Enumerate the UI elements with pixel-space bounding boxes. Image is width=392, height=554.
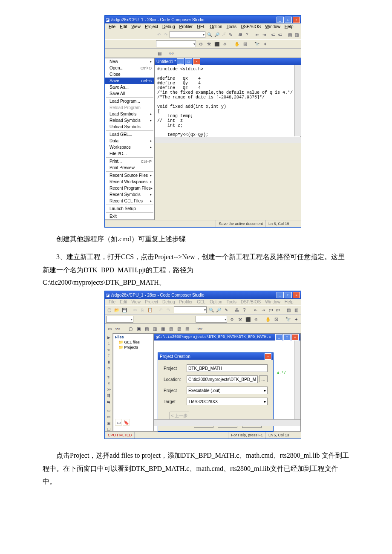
bookmark2-icon[interactable]: 🏷: [275, 306, 282, 313]
outdent-icon[interactable]: ▤: [285, 306, 292, 313]
menu-item-print-preview[interactable]: Print Preview: [105, 164, 154, 171]
indent-dec-icon[interactable]: ⇤: [254, 31, 260, 38]
menu-tools[interactable]: Tools: [225, 24, 239, 29]
menu-item-file-io[interactable]: File I/O...: [105, 150, 154, 157]
code-editor[interactable]: #include <stdio.h> #define Qx 4 #define …: [155, 65, 301, 139]
menu-item-recent-ws[interactable]: Recent Workspaces: [105, 179, 154, 185]
findnext-icon[interactable]: 🔎: [214, 31, 220, 38]
menu-item-close[interactable]: Close: [105, 71, 154, 78]
editor-maximize-button[interactable]: □: [185, 58, 192, 65]
graph-icon[interactable]: ▭: [106, 415, 112, 419]
search-combo[interactable]: ▾: [170, 31, 205, 38]
menu-file[interactable]: File: [107, 24, 118, 29]
bp2-icon[interactable]: ☒: [273, 316, 280, 323]
editor-close-button[interactable]: ×: [193, 58, 200, 65]
halt-icon[interactable]: ⏸: [106, 360, 112, 364]
editor2-close[interactable]: ×: [291, 334, 299, 340]
replace-icon[interactable]: ✎: [223, 306, 230, 313]
menu-help[interactable]: Help: [282, 299, 296, 305]
stop-build-icon[interactable]: ⬛: [213, 40, 220, 47]
menu-tools[interactable]: Tools: [225, 299, 239, 305]
tree-tab-1[interactable]: ▭: [115, 419, 122, 426]
win-icon-6[interactable]: ▧: [167, 325, 174, 332]
cfg-combo-2[interactable]: ▾: [106, 316, 133, 323]
menu-gel[interactable]: GEL: [195, 299, 208, 305]
menu-item-open[interactable]: Open...Ctrl+O: [105, 65, 154, 71]
menu-item-load-gel[interactable]: Load GEL...: [105, 131, 154, 138]
menu-option[interactable]: Option: [208, 24, 224, 29]
dialog-close-button[interactable]: ×: [265, 353, 271, 360]
mixed-icon[interactable]: ⇆: [106, 400, 112, 404]
step-out-icon[interactable]: ⤴: [106, 354, 112, 358]
watch-icon[interactable]: 👓: [196, 325, 203, 332]
rebuild-icon[interactable]: ⚒: [205, 40, 212, 47]
menu-item-workspace[interactable]: Workspace: [105, 144, 154, 150]
replace-icon[interactable]: ✎: [228, 31, 233, 38]
win-icon-3[interactable]: ▤: [143, 325, 150, 332]
memory-icon[interactable]: ▭: [106, 408, 112, 413]
zoom2-icon[interactable]: ✦: [293, 316, 300, 323]
editor-minimize-button[interactable]: _: [177, 58, 184, 65]
step-over-icon[interactable]: ⤼: [106, 347, 112, 352]
vertical-scrollbar[interactable]: [294, 65, 301, 136]
menu-edit[interactable]: Edit: [118, 299, 129, 305]
select-target[interactable]: TMS320C28XX▾: [187, 398, 268, 405]
bp-all-icon[interactable]: ☒: [242, 40, 248, 47]
menu-item-recent-src[interactable]: Recent Source Files: [105, 172, 154, 179]
menu-item-load-symbols[interactable]: Load Symbols: [105, 111, 154, 117]
menu-item-exit[interactable]: Exit: [105, 213, 154, 219]
menu-debug[interactable]: Debug: [160, 24, 177, 29]
indent-inc-icon[interactable]: ⇥: [260, 306, 266, 313]
indent-icon[interactable]: ▥: [294, 31, 300, 38]
config-combo[interactable]: ▾: [156, 40, 196, 47]
editor2-maximize[interactable]: □: [283, 334, 291, 340]
win-icon-5[interactable]: ▦: [159, 325, 166, 332]
menu-item-recent-prog[interactable]: Recent Program Files: [105, 185, 154, 191]
menu-debug[interactable]: Debug: [160, 299, 177, 305]
menu-project[interactable]: Project: [143, 299, 160, 305]
find-icon[interactable]: 🔍: [208, 306, 214, 313]
editor2-vscroll[interactable]: [294, 340, 300, 420]
menu-item-new[interactable]: New: [105, 58, 154, 65]
rebuild-icon[interactable]: ⚒: [236, 316, 243, 323]
menu-edit[interactable]: Edit: [118, 24, 129, 29]
menu-item-print[interactable]: Print...Ctrl+P: [105, 158, 154, 164]
menu-item-unload-symbols[interactable]: Unload Symbols: [105, 124, 154, 130]
bookmark-icon[interactable]: 🏷: [268, 306, 274, 313]
browse-button[interactable]: …: [259, 375, 268, 382]
menu-item-save-as[interactable]: Save As...: [105, 84, 154, 90]
maximize-button[interactable]: □: [285, 17, 292, 23]
win-icon-1[interactable]: ▢: [127, 325, 134, 332]
close-button[interactable]: ×: [293, 292, 300, 298]
stopbuild-icon[interactable]: ⬛: [245, 316, 251, 323]
menu-window[interactable]: Window: [263, 299, 282, 305]
undo-icon[interactable]: ↶: [157, 306, 164, 313]
horizontal-scrollbar[interactable]: [155, 137, 301, 143]
registers-icon[interactable]: ▤: [156, 50, 163, 57]
menu-item-save-all[interactable]: Save All: [105, 90, 154, 97]
menu-item-recent-gel[interactable]: Recent GEL Files: [105, 198, 154, 204]
project-tree[interactable]: Files 📁 GEL files 📁 Projects ▭ 🔖: [113, 333, 154, 431]
minimize-button[interactable]: _: [277, 292, 284, 298]
cpu-icon[interactable]: ▢: [106, 427, 112, 432]
toggled-icon[interactable]: ⎌: [106, 381, 112, 386]
build-icon[interactable]: ⚙: [197, 40, 204, 47]
outdent-icon[interactable]: ▤: [287, 31, 293, 38]
menu-help[interactable]: Help: [282, 24, 296, 29]
new-icon[interactable]: ▢: [106, 306, 112, 313]
indent-inc-icon[interactable]: ⇥: [261, 31, 267, 38]
tree-projects[interactable]: 📁 Projects: [114, 345, 153, 350]
findall-icon[interactable]: ☄: [221, 31, 227, 38]
menu-dspbios[interactable]: DSP/BIOS: [239, 299, 263, 305]
incbuild-icon[interactable]: ⛭: [222, 40, 228, 47]
redo-icon[interactable]: ↷: [163, 31, 168, 38]
copy-icon[interactable]: ⎘: [139, 306, 146, 313]
bookmark-icon[interactable]: 🏷: [271, 31, 276, 38]
redo-icon[interactable]: ↷: [165, 306, 171, 313]
select-project-type[interactable]: Executable (.out)▾: [187, 387, 268, 394]
cfg-combo-2b[interactable]: ▾: [196, 316, 227, 323]
menu-gel[interactable]: GEL: [195, 24, 208, 29]
src-step-icon[interactable]: ≫: [106, 387, 112, 392]
print-icon[interactable]: 🖶: [233, 306, 240, 313]
run-icon[interactable]: ▶: [106, 335, 112, 340]
